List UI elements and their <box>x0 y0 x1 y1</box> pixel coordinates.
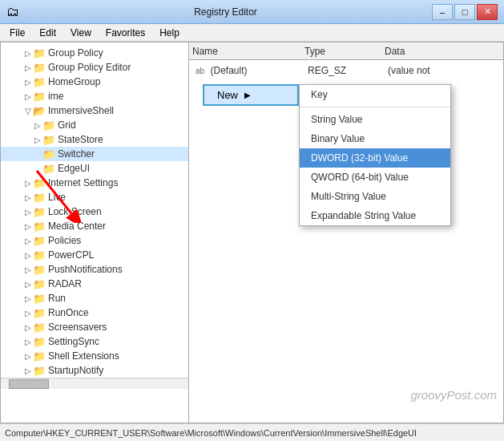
folder-icon: 📁 <box>33 249 46 261</box>
tree-scrollbar-thumb[interactable] <box>9 379 49 389</box>
new-button-label: New <box>217 89 238 101</box>
submenu-item-expandable-string-value[interactable]: Expandable String Value <box>300 206 450 225</box>
tree-arrow: ▷ <box>23 92 33 101</box>
tree-item-edgeui[interactable]: 📁 EdgeUI <box>1 161 188 176</box>
submenu-item-binary-value[interactable]: Binary Value <box>300 129 450 148</box>
menu-favorites[interactable]: Favorites <box>99 26 151 40</box>
submenu-item-multi-string-value[interactable]: Multi-String Value <box>300 187 450 206</box>
tree-label: Screensavers <box>48 322 107 333</box>
new-button-arrow: ▶ <box>244 91 251 99</box>
tree-item-policies[interactable]: ▷ 📁 Policies <box>1 233 188 248</box>
tree-label: StateStore <box>58 134 103 145</box>
folder-icon: 📁 <box>33 177 46 189</box>
tree-item-grid[interactable]: ▷ 📁 Grid <box>1 118 188 132</box>
submenu-item-dword-value[interactable]: DWORD (32-bit) Value <box>300 148 450 168</box>
tree-label: EdgeUI <box>58 163 90 174</box>
tree-item-lock-screen[interactable]: ▷ 📁 Lock Screen <box>1 204 188 219</box>
context-submenu: Key String Value Binary Value DWORD (32-… <box>299 84 451 226</box>
tree-arrow: ▷ <box>23 193 33 202</box>
tree-item-shell-extensions[interactable]: ▷ 📁 Shell Extensions <box>1 349 188 363</box>
folder-icon: 📁 <box>33 350 46 362</box>
tree-label: ImmersiveShell <box>48 105 114 116</box>
window-controls: – □ ✕ <box>432 4 498 20</box>
folder-icon: 📁 <box>33 62 46 74</box>
tree-label: Media Center <box>48 220 106 232</box>
tree-item-statestore[interactable]: ▷ 📁 StateStore <box>1 132 188 147</box>
col-header-type: Type <box>304 46 385 57</box>
folder-icon: 📁 <box>33 76 46 88</box>
folder-icon: 📁 <box>33 235 46 247</box>
submenu-divider <box>300 107 450 107</box>
tree-item-internet-settings[interactable]: ▷ 📁 Internet Settings <box>1 176 188 190</box>
tree-item-homegroup[interactable]: ▷ 📁 HomeGroup <box>1 75 188 89</box>
folder-icon: 📁 <box>33 192 46 204</box>
col-header-data: Data <box>385 46 500 57</box>
tree-label: Grid <box>58 119 76 131</box>
tree-arrow: ▷ <box>23 309 33 318</box>
tree-item-ime[interactable]: ▷ 📁 ime <box>1 89 188 103</box>
table-row[interactable]: ab (Default) REG_SZ (value not <box>192 63 500 78</box>
tree-item-radar[interactable]: ▷ 📁 RADAR <box>1 277 188 291</box>
tree-pane[interactable]: ▷ 📁 Group Policy ▷ 📁 Group Policy Editor… <box>1 42 189 423</box>
submenu-item-key[interactable]: Key <box>300 85 450 104</box>
folder-icon: 📁 <box>42 163 55 175</box>
tree-item-run[interactable]: ▷ 📁 Run <box>1 291 188 305</box>
folder-icon: 📁 <box>42 134 55 146</box>
tree-arrow: ▷ <box>23 208 33 216</box>
menu-file[interactable]: File <box>3 26 31 40</box>
tree-item-media-center[interactable]: ▷ 📁 Media Center <box>1 219 188 233</box>
tree-arrow: ▷ <box>23 78 33 87</box>
tree-item-live[interactable]: ▷ 📁 Live <box>1 190 188 204</box>
menu-bar: File Edit View Favorites Help <box>0 24 504 42</box>
row-type: REG_SZ <box>308 65 388 76</box>
submenu-item-string-value[interactable]: String Value <box>300 110 450 129</box>
column-headers: Name Type Data <box>189 42 503 60</box>
menu-view[interactable]: View <box>64 26 98 40</box>
tree-item-startupnotify[interactable]: ▷ 📁 StartupNotify <box>1 363 188 378</box>
tree-arrow: ▷ <box>23 63 33 72</box>
minimize-button[interactable]: – <box>432 4 453 20</box>
tree-item-runonce[interactable]: ▷ 📁 RunOnce <box>1 305 188 320</box>
folder-icon: 📁 <box>33 322 46 334</box>
window-title: Registry Editor <box>19 6 432 18</box>
title-bar: 🗂 Registry Editor – □ ✕ <box>0 0 504 24</box>
tree-label: Group Policy Editor <box>48 62 131 73</box>
tree-arrow: ▷ <box>23 49 33 58</box>
tree-arrow: ▷ <box>33 136 42 144</box>
tree-label: StartupNotify <box>48 365 103 376</box>
app-icon: 🗂 <box>6 5 19 19</box>
tree-scrollbar-area[interactable] <box>1 378 188 389</box>
tree-arrow: ▷ <box>23 265 33 274</box>
close-button[interactable]: ✕ <box>477 4 498 20</box>
folder-icon: 📁 <box>42 148 55 160</box>
folder-icon: 📁 <box>33 365 46 377</box>
folder-icon: 📁 <box>42 119 55 131</box>
tree-label: Policies <box>48 235 81 246</box>
tree-item-group-policy-editor[interactable]: ▷ 📁 Group Policy Editor <box>1 60 188 75</box>
tree-label: Lock Screen <box>48 206 102 217</box>
ab-icon: ab <box>196 67 204 75</box>
main-container: ▷ 📁 Group Policy ▷ 📁 Group Policy Editor… <box>0 42 504 423</box>
menu-help[interactable]: Help <box>153 26 186 40</box>
tree-label: Group Policy <box>48 47 103 59</box>
new-button[interactable]: New ▶ <box>203 84 299 106</box>
row-name: ab (Default) <box>196 65 308 76</box>
submenu-item-qword-value[interactable]: QWORD (64-bit) Value <box>300 168 450 187</box>
tree-label: RADAR <box>48 278 82 289</box>
tree-arrow: ▷ <box>23 366 33 375</box>
tree-item-powercpl[interactable]: ▷ 📁 PowerCPL <box>1 248 188 262</box>
tree-item-screensavers[interactable]: ▷ 📁 Screensavers <box>1 320 188 334</box>
tree-label: Shell Extensions <box>48 350 119 362</box>
tree-item-push-notifications[interactable]: ▷ 📁 PushNotifications <box>1 262 188 277</box>
tree-item-group-policy[interactable]: ▷ 📁 Group Policy <box>1 46 188 60</box>
tree-arrow: ▷ <box>23 280 33 289</box>
tree-item-settingsync[interactable]: ▷ 📁 SettingSync <box>1 334 188 349</box>
menu-edit[interactable]: Edit <box>33 26 62 40</box>
tree-label: HomeGroup <box>48 76 100 87</box>
status-bar: Computer\HKEY_CURRENT_USER\Software\Micr… <box>0 423 504 441</box>
tree-item-switcher[interactable]: 📁 Switcher <box>1 147 188 161</box>
tree-arrow: ▷ <box>23 352 33 361</box>
tree-item-immersiveshell[interactable]: ▽ 📂 ImmersiveShell <box>1 103 188 118</box>
maximize-button[interactable]: □ <box>454 4 475 20</box>
tree-label: RunOnce <box>48 307 89 318</box>
